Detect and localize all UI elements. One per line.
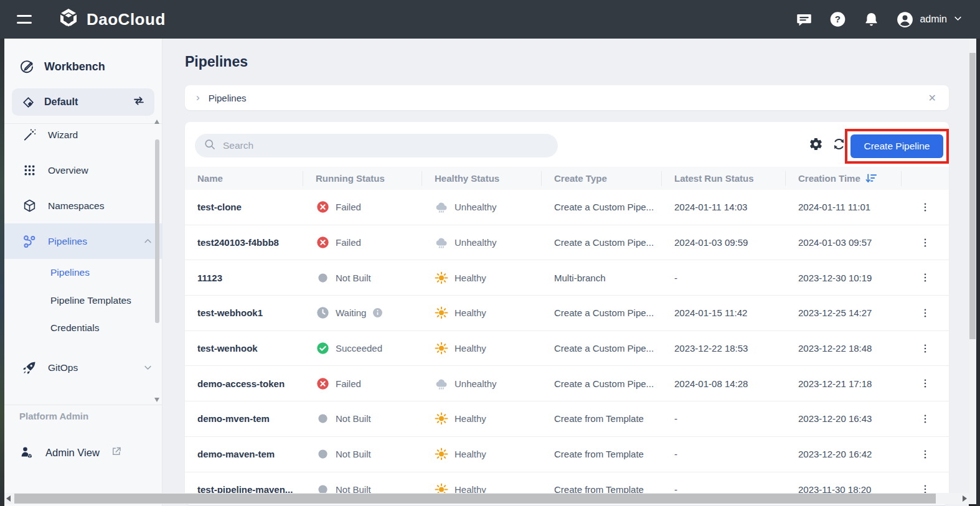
column-header-label: Creation Time <box>798 173 860 184</box>
breadcrumb-close-icon[interactable]: ✕ <box>927 92 938 104</box>
kebab-menu-icon[interactable] <box>920 413 931 424</box>
sidebar-subitem-pipeline-templates[interactable]: Pipeline Templates <box>4 287 162 315</box>
column-header-name: Name <box>185 171 303 186</box>
menu-icon[interactable] <box>17 15 32 24</box>
sidebar-scroll-thumb[interactable] <box>155 139 159 323</box>
pipeline-name[interactable]: 11123 <box>185 273 303 283</box>
horizontal-scrollbar[interactable] <box>4 493 969 504</box>
scroll-down-arrow-icon[interactable] <box>154 398 159 402</box>
sidebar-item-pipelines[interactable]: Pipelines <box>4 223 162 259</box>
pipelines-card: Create Pipeline NameRunning StatusHealth… <box>185 122 949 505</box>
kebab-menu-icon[interactable] <box>920 307 931 319</box>
sidebar-item-progressive-delivery[interactable]: Progressive Delivery <box>4 393 162 406</box>
vertical-scroll-thumb[interactable] <box>969 53 976 339</box>
healthy-status-cell: Healthy <box>422 447 542 461</box>
failed-status-icon <box>316 200 329 214</box>
workspace-swap-icon[interactable] <box>132 94 146 110</box>
status-label: Failed <box>336 237 361 248</box>
create-pipeline-button[interactable]: Create Pipeline <box>850 134 943 158</box>
column-header-label: Create Type <box>554 173 607 184</box>
pipeline-name[interactable]: test-webhook1 <box>185 307 303 318</box>
workspace-switcher[interactable]: Default <box>12 88 154 116</box>
kebab-menu-icon[interactable] <box>920 449 931 460</box>
healthy-status-cell: Unhealthy <box>422 236 542 250</box>
row-actions-menu[interactable] <box>902 378 949 389</box>
breadcrumb-chevron-icon: › <box>196 91 200 104</box>
info-icon[interactable] <box>372 307 383 318</box>
help-icon[interactable]: ? <box>829 11 846 28</box>
latest-run-cell: - <box>662 273 786 283</box>
search-input[interactable] <box>222 139 549 152</box>
create-type-cell: Multi-branch <box>542 273 662 283</box>
sidebar-item-overview[interactable]: Overview <box>4 152 162 188</box>
unhealthy-status-icon <box>435 200 448 214</box>
pipeline-name[interactable]: demo-mven-tem <box>185 413 303 424</box>
scroll-up-arrow-icon[interactable] <box>154 119 159 124</box>
succeeded-status-icon <box>316 342 329 355</box>
sidebar-item-admin-view[interactable]: Admin View <box>4 437 162 468</box>
row-actions-menu[interactable] <box>902 272 949 283</box>
running-status-cell: Failed <box>303 377 422 390</box>
hscroll-left-arrow-icon[interactable] <box>6 495 11 502</box>
running-status-cell: Failed <box>303 236 422 250</box>
kebab-menu-icon[interactable] <box>920 202 931 213</box>
row-actions-menu[interactable] <box>902 237 949 248</box>
user-menu[interactable]: admin <box>897 11 963 28</box>
row-actions-menu[interactable] <box>902 307 949 319</box>
external-link-icon <box>111 446 122 459</box>
pipeline-name[interactable]: test240103-f4bbb8 <box>185 237 303 248</box>
horizontal-scroll-thumb[interactable] <box>14 494 936 504</box>
kebab-menu-icon[interactable] <box>920 272 931 283</box>
avatar-icon <box>897 11 913 28</box>
sidebar-item-namespaces[interactable]: Namespaces <box>4 188 162 223</box>
creation-time-cell: 2023-12-25 14:27 <box>786 307 902 318</box>
logo-cube-icon <box>58 7 79 31</box>
notifications-bell-icon[interactable] <box>863 11 880 28</box>
row-actions-menu[interactable] <box>902 343 949 354</box>
admin-view-icon <box>19 445 34 460</box>
create-type-cell: Create from Template <box>542 449 662 459</box>
table-settings-gear-icon[interactable] <box>808 136 824 152</box>
hscroll-right-arrow-icon[interactable] <box>963 495 967 502</box>
wand-icon <box>22 128 37 143</box>
sidebar-item-label: Wizard <box>48 129 153 141</box>
kebab-menu-icon[interactable] <box>920 237 931 248</box>
row-actions-menu[interactable] <box>902 202 949 213</box>
table-row: test-cloneFailedUnhealthyCreate a Custom… <box>185 190 949 225</box>
running-status-cell: Waiting <box>303 306 422 320</box>
kebab-menu-icon[interactable] <box>920 343 931 354</box>
failed-status-icon <box>316 236 329 250</box>
sidebar-scrollbar[interactable] <box>154 118 160 403</box>
pipeline-name[interactable]: test-wenhook <box>185 343 303 354</box>
status-label: Unhealthy <box>455 237 497 248</box>
sort-descending-icon[interactable] <box>865 172 877 184</box>
column-header-creation[interactable]: Creation Time <box>786 171 902 186</box>
pipeline-name[interactable]: test-clone <box>185 202 303 212</box>
sidebar-subitem-label: Pipelines <box>50 267 90 278</box>
row-actions-menu[interactable] <box>902 449 949 460</box>
sidebar-item-wizard[interactable]: Wizard <box>4 117 162 152</box>
messages-icon[interactable] <box>796 11 813 28</box>
workspace-label: Default <box>44 96 123 108</box>
unhealthy-status-icon <box>435 236 448 250</box>
product-label: Workbench <box>44 60 105 73</box>
sidebar: Workbench Default WizardOverviewNamespac… <box>4 39 163 506</box>
row-actions-menu[interactable] <box>902 413 949 424</box>
breadcrumb: › Pipelines ✕ <box>185 85 949 110</box>
column-header-label: Latest Run Status <box>674 173 754 184</box>
sidebar-subitem-pipelines-sub[interactable]: Pipelines <box>4 259 162 287</box>
sidebar-subitem-credentials[interactable]: Credentials <box>4 314 162 342</box>
pipeline-name[interactable]: demo-maven-tem <box>185 449 303 459</box>
pipeline-name[interactable]: demo-access-token <box>185 378 303 389</box>
logo-text: DaoCloud <box>87 10 166 29</box>
status-label: Succeeded <box>336 343 382 354</box>
creation-time-cell: 2023-12-22 18:48 <box>786 343 902 354</box>
status-label: Unhealthy <box>455 202 497 212</box>
vertical-scrollbar[interactable] <box>969 39 976 504</box>
status-label: Healthy <box>455 273 486 283</box>
status-label: Healthy <box>455 449 486 459</box>
kebab-menu-icon[interactable] <box>920 378 931 389</box>
status-label: Unhealthy <box>455 378 497 389</box>
search-box[interactable] <box>195 134 558 157</box>
sidebar-item-gitops[interactable]: GitOps <box>4 350 162 386</box>
